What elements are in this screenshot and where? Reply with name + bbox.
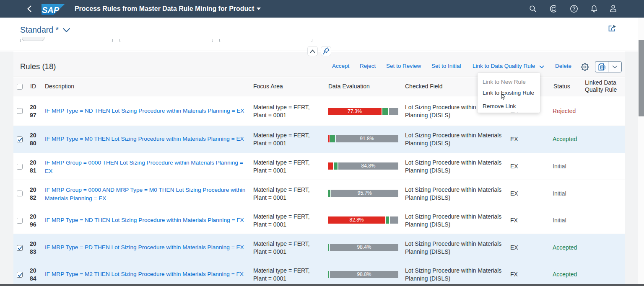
- svg-text:SAP: SAP: [42, 5, 60, 15]
